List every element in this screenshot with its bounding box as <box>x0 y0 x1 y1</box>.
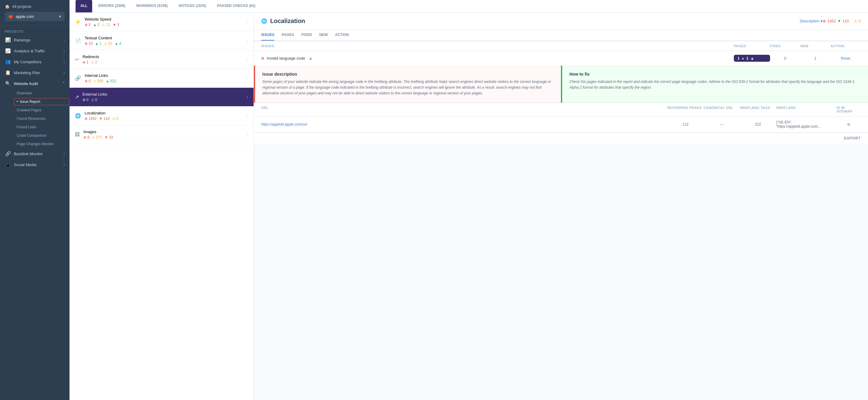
description-button[interactable]: Description ▾ <box>800 19 823 23</box>
issue-content-speed: Website Speed ⊗ 0 ▲ 2 ⚠ 11 ▼ 3 <box>85 17 245 27</box>
warning-count: ⚠ 0 <box>854 19 861 23</box>
content-area: ⚡ Website Speed ⊗ 0 ▲ 2 ⚠ 11 ▼ 3 › 📄 Tex… <box>69 13 868 400</box>
arrow-up-small: ▲ <box>741 57 744 60</box>
sidebar-item-competitors[interactable]: 👥 My Competitors › <box>0 56 69 67</box>
error-stat: ⊗ 1 <box>83 60 89 64</box>
hreflang-tags-cell: 222 <box>740 122 776 126</box>
detail-tab-pages[interactable]: PAGES <box>282 30 294 40</box>
circle-x-icon: ⊗ <box>85 23 88 27</box>
rankings-icon: 📊 <box>5 37 11 42</box>
sidebar-item-backlink[interactable]: 🔗 Backlink Monitor › <box>0 148 69 159</box>
issues-panel: ⚡ Website Speed ⊗ 0 ▲ 2 ⚠ 11 ▼ 3 › 📄 Tex… <box>69 13 254 400</box>
issue-content-textual: Textual Content ⊗ 10 ▲ 1 ⚠ 51 ▲ 4 <box>85 36 245 46</box>
sidebar-item-rankings[interactable]: 📊 Rankings › <box>0 34 69 46</box>
sidebar-item-overview[interactable]: · Overview <box>14 89 69 97</box>
sidebar-item-marketing[interactable]: 📋 Marketing Plan › <box>0 67 69 78</box>
website-audit-submenu: · Overview • Issue Report · Crawled Page… <box>0 89 69 148</box>
home-icon: 🏠 <box>5 4 10 9</box>
issue-row-images[interactable]: 🖼 Images ⊗ 9 ⚠ 277 ▼ 33 › <box>69 125 254 144</box>
issue-stats-speed: ⊗ 0 ▲ 2 ⚠ 11 ▼ 3 <box>85 23 245 27</box>
error-value: 1452 <box>827 19 836 23</box>
circle-x-icon: ⊗ <box>84 135 87 140</box>
sidebar: 🏠 All projects 🍎 apple.com ▾ PROJECTS 📊 … <box>0 0 69 400</box>
detail-tab-issues[interactable]: ISSUES <box>261 30 274 40</box>
detail-tab-action[interactable]: ACTION <box>335 30 349 40</box>
issue-desc-text: Some pages of your website indicate the … <box>262 79 554 96</box>
project-selector[interactable]: 🍎 apple.com ▾ <box>5 12 65 21</box>
col-pages: PAGES <box>734 44 770 48</box>
social-icon: 📱 <box>5 162 11 167</box>
detail-header: 🌐 Localization Description ▾ ⊗ 1452 ▼ 11… <box>254 13 868 30</box>
url-col-referring: REFERRING PAGES <box>667 106 704 113</box>
sidebar-item-analytics[interactable]: 📈 Analytics & Traffic › <box>0 46 69 56</box>
action-cell[interactable]: Reset <box>831 56 861 60</box>
description-label: Description <box>800 19 819 23</box>
tab-warnings[interactable]: WARNINGS (5159) <box>131 0 173 12</box>
down-stat: ▼ 33 <box>104 135 113 140</box>
pages-up: 1 <box>746 56 748 60</box>
issue-stats-images: ⊗ 9 ⚠ 277 ▼ 33 <box>84 135 245 140</box>
issue-row-localization[interactable]: 🌐 Localization ⊗ 1452 ▼ 110 ⚠ 0 › <box>69 107 254 125</box>
warn-stat: ⚠ 277 <box>92 135 102 140</box>
social-label: Social Media <box>14 163 36 167</box>
chevron-right-icon: › <box>63 38 65 42</box>
detail-title: Localization <box>270 18 800 25</box>
redirects-icon: ↩ <box>75 57 79 62</box>
chevron-right-icon: › <box>63 152 65 155</box>
issue-circle-x: ⊗ <box>261 56 265 60</box>
error-stat: ⊗ 0 <box>83 98 89 102</box>
dot-icon: · <box>14 142 15 146</box>
circle-x-icon: ⊗ <box>823 19 826 23</box>
url-link[interactable]: https://appleid.apple.com/us/ <box>261 122 667 126</box>
circle-x-icon: ⊗ <box>83 98 86 102</box>
sidebar-item-social[interactable]: 📱 Social Media › <box>0 159 69 170</box>
tab-all[interactable]: ALL <box>75 0 92 12</box>
col-action: ACTION <box>831 44 861 48</box>
sidebar-item-found-links[interactable]: · Found Links <box>14 123 69 131</box>
url-col-hreflang-tags: HREFLANG TAGS <box>740 106 776 113</box>
sidebar-item-crawled-pages[interactable]: · Crawled Pages <box>14 106 69 114</box>
internal-links-icon: 🔗 <box>75 75 81 81</box>
export-button[interactable]: EXPORT <box>844 136 861 140</box>
tab-passed[interactable]: PASSED CHECKS (62) <box>212 0 260 12</box>
col-issues: ISSUES <box>261 44 734 48</box>
warnings-value: 0 <box>859 19 861 23</box>
sitemap-cell: ⊖ <box>837 122 861 126</box>
sidebar-item-found-resources[interactable]: · Found Resources <box>14 114 69 123</box>
dot-active-icon: • <box>17 99 18 104</box>
up-stat: ▲ 2 <box>93 23 100 27</box>
circle-x-icon: ⊗ <box>83 60 86 64</box>
triangle-icon: ⚠ <box>112 116 116 121</box>
sidebar-item-page-changes[interactable]: · Page Changes Monitor <box>14 140 69 148</box>
detail-tab-new[interactable]: NEW <box>319 30 328 40</box>
tab-notices[interactable]: NOTICES (1525) <box>174 0 211 12</box>
audit-label: Website Audit <box>14 81 38 86</box>
arrow-up-icon: ▲ <box>93 23 97 27</box>
issue-description-right: How to fix Check the pages indicated in … <box>561 66 868 103</box>
sidebar-item-issue-report[interactable]: • Issue Report <box>14 98 69 105</box>
issue-content-redirects: Redirects ⊗ 1 ⚠ 0 <box>83 54 245 64</box>
sidebar-item-website-audit[interactable]: 🔍 Website Audit ˄ <box>0 78 69 89</box>
export-bar: EXPORT <box>254 133 868 143</box>
issue-row-internal-links[interactable]: 🔗 Internal Links ⊗ 0 ⚠ 590 ▲ 522 › <box>69 69 254 88</box>
issue-row-textual[interactable]: 📄 Textual Content ⊗ 10 ▲ 1 ⚠ 51 ▲ 4 › <box>69 31 254 50</box>
issue-name-cell: ⊗ Invalid language code ▲ <box>261 56 734 60</box>
issue-title-internal-links: Internal Links <box>85 73 245 78</box>
sidebar-section-label: PROJECTS <box>0 26 69 34</box>
issue-row-website-speed[interactable]: ⚡ Website Speed ⊗ 0 ▲ 2 ⚠ 11 ▼ 3 › <box>69 13 254 31</box>
issue-row-redirects[interactable]: ↩ Redirects ⊗ 1 ⚠ 0 › <box>69 50 254 69</box>
tab-errors[interactable]: ERRORS (2309) <box>93 0 130 12</box>
issue-title-localization: Localization <box>85 111 245 115</box>
error-stat: ⊗ 1452 <box>85 116 97 121</box>
sidebar-item-crawl-comparison[interactable]: · Crawl Comparison <box>14 131 69 140</box>
detail-tab-fixed[interactable]: FIXED <box>301 30 312 40</box>
warn-stat: ⚠ 0 <box>91 98 97 102</box>
error-stat: ⊗ 0 <box>85 23 91 27</box>
warn-stat: ⚠ 590 <box>93 79 103 83</box>
down-stat: ▼ 110 <box>99 116 110 121</box>
url-table-header: URL REFERRING PAGES CANONICAL URL HREFLA… <box>254 103 868 116</box>
chevron-up-badge: ▲ <box>750 56 754 60</box>
issue-row-external-links[interactable]: ↗ External Links ⊗ 0 ⚠ 0 › <box>69 88 254 107</box>
all-projects-link[interactable]: 🏠 All projects <box>5 4 65 12</box>
detail-tabs: ISSUES PAGES FIXED NEW ACTION <box>254 30 868 41</box>
